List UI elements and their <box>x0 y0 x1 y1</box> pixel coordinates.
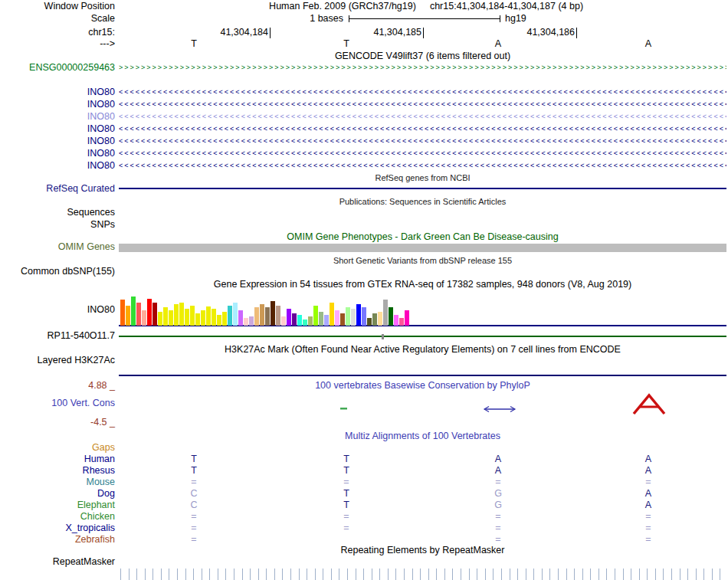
gencode-track-title[interactable]: GENCODE V49lift37 (6 items filtered out) <box>119 51 726 61</box>
chromosome-label: chr15: <box>0 28 115 38</box>
species-label-x_tropicalis[interactable]: X_tropicalis <box>0 523 115 533</box>
sequences-label[interactable]: Sequences <box>0 208 115 218</box>
species-label-rhesus[interactable]: Rhesus <box>0 466 115 476</box>
species-label-elephant[interactable]: Elephant <box>0 500 115 510</box>
scale-assembly: hg19 <box>505 14 526 24</box>
alignment-base: C <box>187 500 201 510</box>
alignment-base: = <box>491 523 505 533</box>
gene-label-ino80[interactable]: INO80 <box>0 124 115 134</box>
gene-strand-arrows[interactable]: <<<<<<<<<<<<<<<<<<<<<<<<<<<<<<<<<<<<<<<<… <box>119 149 726 159</box>
guideline-tick <box>242 569 243 580</box>
gaps-label[interactable]: Gaps <box>0 443 115 453</box>
guideline-tick <box>574 569 575 580</box>
multiz-track-title[interactable]: Multiz Alignments of 100 Vertebrates <box>119 431 726 441</box>
conservation-dash <box>340 408 347 410</box>
species-label-chicken[interactable]: Chicken <box>0 512 115 522</box>
gene-strand-arrows[interactable]: <<<<<<<<<<<<<<<<<<<<<<<<<<<<<<<<<<<<<<<<… <box>119 161 726 171</box>
gene-strand-arrows[interactable]: <<<<<<<<<<<<<<<<<<<<<<<<<<<<<<<<<<<<<<<<… <box>119 124 726 134</box>
common-dbsnp-label[interactable]: Common dbSNP(155) <box>0 267 115 277</box>
alignment-base: = <box>641 477 655 487</box>
gtex-expression-bar <box>233 303 238 326</box>
refseq-track-title[interactable]: RefSeq genes from NCBI <box>119 173 726 183</box>
window-position-label: Window Position <box>0 2 115 11</box>
gtex-expression-bar <box>287 309 291 326</box>
lincrna-label[interactable]: RP11-540O11.7 <box>0 331 115 341</box>
guideline-tick <box>703 569 704 580</box>
gene-label-ino80[interactable]: INO80 <box>0 136 115 146</box>
gtex-expression-bar <box>297 315 302 326</box>
omim-track-title[interactable]: OMIM Gene Phenotypes - Dark Green Can Be… <box>119 232 726 242</box>
conservation-track-title[interactable]: 100 vertebrates Basewise Conservation by… <box>119 381 726 391</box>
gtex-expression-bar <box>249 316 254 326</box>
guideline-tick <box>290 569 291 580</box>
guideline-tick <box>347 569 348 580</box>
gene-label-ino80[interactable]: INO80 <box>0 149 115 159</box>
gtex-expression-bar <box>389 307 393 326</box>
guideline-tick <box>209 569 210 580</box>
guideline-tick <box>379 569 380 580</box>
refseq-gene-line[interactable] <box>119 188 726 189</box>
guideline-tick <box>307 569 307 580</box>
guideline-tick <box>510 569 510 580</box>
gtex-gene-label[interactable]: INO80 <box>0 305 115 315</box>
guideline-tick <box>606 569 607 580</box>
gtex-expression-bar <box>405 310 409 326</box>
gene-label-ensg00000259463[interactable]: ENSG00000259463 <box>0 63 115 73</box>
layered-h3k27ac-label[interactable]: Layered H3K27Ac <box>0 356 115 365</box>
gene-label-ino80[interactable]: INO80 <box>0 100 115 110</box>
guideline-tick <box>428 569 429 580</box>
alignment-base: = <box>187 535 201 545</box>
repeatmasker-label[interactable]: RepeatMasker <box>0 557 115 567</box>
alignment-base: G <box>491 489 505 499</box>
h3k27ac-signal-baseline[interactable] <box>119 375 726 376</box>
guideline-tick <box>671 569 672 580</box>
snps-label[interactable]: SNPs <box>0 220 115 230</box>
gene-label-ino80[interactable]: INO80 <box>0 112 115 122</box>
gene-label-ino80[interactable]: INO80 <box>0 87 115 97</box>
dbsnp-track-title[interactable]: Short Genetic Variants from dbSNP releas… <box>119 256 726 266</box>
species-label-mouse[interactable]: Mouse <box>0 477 115 487</box>
refseq-curated-label[interactable]: RefSeq Curated <box>0 184 115 194</box>
publications-track-title[interactable]: Publications: Sequences in Scientific Ar… <box>119 197 726 207</box>
gtex-expression-bar <box>126 306 130 326</box>
gtex-expression-bar <box>185 309 189 326</box>
guideline-tick <box>177 569 178 580</box>
gtex-expression-bar <box>362 307 366 326</box>
species-label-zebrafish[interactable]: Zebrafish <box>0 535 115 545</box>
guideline-tick <box>218 569 218 580</box>
alignment-base: T <box>339 489 353 499</box>
alignment-base: = <box>641 535 655 545</box>
gtex-expression-bar <box>238 310 243 326</box>
gene-strand-arrows[interactable]: <<<<<<<<<<<<<<<<<<<<<<<<<<<<<<<<<<<<<<<<… <box>119 112 726 122</box>
guideline-tick <box>582 569 583 580</box>
vert-cons-label[interactable]: 100 Vert. Cons <box>0 398 115 408</box>
guideline-tick <box>542 569 543 580</box>
gene-label-ino80[interactable]: INO80 <box>0 161 115 171</box>
guideline-tick <box>647 569 648 580</box>
omim-gene-bar[interactable] <box>119 244 726 252</box>
gene-strand-arrows[interactable]: <<<<<<<<<<<<<<<<<<<<<<<<<<<<<<<<<<<<<<<<… <box>119 136 726 146</box>
guideline-tick <box>323 569 323 580</box>
gtex-expression-bar <box>399 318 404 326</box>
gtex-track-title[interactable]: Gene Expression in 54 tissues from GTEx … <box>119 280 726 290</box>
gene-strand-arrows[interactable]: <<<<<<<<<<<<<<<<<<<<<<<<<<<<<<<<<<<<<<<<… <box>119 100 726 110</box>
alignment-base: G <box>491 500 505 510</box>
lincrna-gene-line[interactable] <box>119 336 726 337</box>
gene-strand-arrows[interactable]: >>>>>>>>>>>>>>>>>>>>>>>>>>>>>>>>>>>>>>>>… <box>119 63 726 73</box>
gene-strand-arrows[interactable]: <<<<<<<<<<<<<<<<<<<<<<<<<<<<<<<<<<<<<<<<… <box>119 87 726 97</box>
repeatmasker-track-title[interactable]: Repeating Elements by RepeatMasker <box>119 546 726 555</box>
species-label-dog[interactable]: Dog <box>0 489 115 499</box>
guideline-tick <box>412 569 413 580</box>
h3k27ac-track-title[interactable]: H3K27Ac Mark (Often Found Near Active Re… <box>119 345 726 355</box>
species-label-human[interactable]: Human <box>0 454 115 464</box>
guideline-tick <box>469 569 470 580</box>
gtex-expression-bar <box>254 307 259 326</box>
guideline-tick <box>315 569 316 580</box>
conservation-axis-max: 4.88 _ <box>0 381 115 391</box>
guideline-tick <box>169 569 169 580</box>
guideline-tick <box>687 569 688 580</box>
alignment-base: A <box>641 454 655 464</box>
guideline-tick <box>145 569 146 580</box>
omim-genes-label[interactable]: OMIM Genes <box>0 242 115 252</box>
guideline-tick <box>225 569 226 580</box>
